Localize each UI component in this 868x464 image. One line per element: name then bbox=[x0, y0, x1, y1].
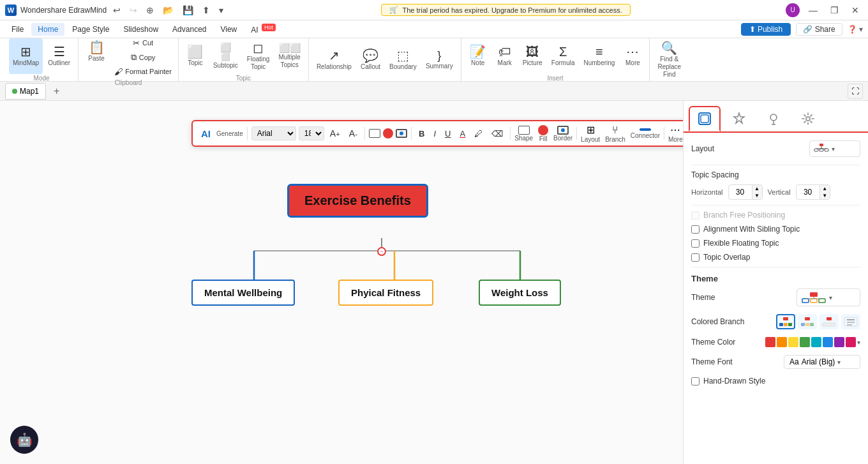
child-node-weight[interactable]: Weight Loss bbox=[479, 280, 561, 306]
more-ft-btn[interactable]: ⋯ More bbox=[668, 124, 683, 143]
panel-tab-settings[interactable] bbox=[792, 106, 824, 131]
new-btn[interactable]: ⊕ bbox=[144, 4, 156, 17]
clear-format-button[interactable]: ⌫ bbox=[488, 127, 506, 140]
redo-btn[interactable]: ↪ bbox=[127, 4, 140, 17]
layout-select[interactable]: ▾ bbox=[809, 140, 860, 157]
undo-btn[interactable]: ↩ bbox=[110, 4, 123, 17]
font-decrease-button[interactable]: A- bbox=[346, 126, 361, 140]
menu-view[interactable]: View bbox=[214, 23, 243, 36]
vertical-input[interactable] bbox=[797, 186, 819, 198]
child-node-fitness[interactable]: Phyical Fitness bbox=[338, 280, 433, 306]
color-swatch-pink[interactable] bbox=[846, 337, 856, 347]
font-family-select[interactable]: Arial Times New Roman Calibri bbox=[251, 126, 296, 140]
collapse-button[interactable]: − bbox=[377, 247, 386, 256]
panel-tab-ai[interactable] bbox=[723, 106, 755, 131]
theme-select[interactable]: ▾ bbox=[797, 288, 860, 306]
open-btn[interactable]: 📂 bbox=[160, 4, 176, 17]
subtopic-button[interactable]: ⬜⬜ Subtopic bbox=[209, 38, 242, 74]
font-size-select[interactable]: 18 12 14 16 20 24 bbox=[299, 126, 324, 140]
colored-branch-option-1[interactable] bbox=[776, 314, 795, 329]
flexible-checkbox[interactable] bbox=[691, 239, 700, 248]
central-node[interactable]: Exercise Benefits bbox=[287, 184, 428, 218]
vertical-spinbox[interactable]: ▲ ▼ bbox=[796, 184, 830, 200]
format-painter-button[interactable]: 🖌 Format Painter bbox=[112, 65, 174, 79]
minimize-button[interactable]: — bbox=[805, 4, 821, 17]
help-button[interactable]: ❓ ▾ bbox=[848, 25, 863, 34]
underline-button[interactable]: U bbox=[442, 127, 454, 140]
note-button[interactable]: 📝 Note bbox=[465, 38, 491, 74]
callout-button[interactable]: 💬 Callout bbox=[357, 42, 384, 78]
connector-btn[interactable]: Connector bbox=[631, 128, 660, 139]
italic-button[interactable]: I bbox=[430, 127, 439, 140]
share-button[interactable]: 🔗 Share bbox=[796, 23, 842, 36]
shape-btn[interactable]: Shape bbox=[514, 126, 533, 142]
mindmap-button[interactable]: ⊞ MindMap bbox=[9, 38, 43, 74]
border-btn[interactable]: Border bbox=[553, 126, 572, 142]
tab-map1[interactable]: Map1 bbox=[5, 83, 46, 100]
floating-topic-button[interactable]: ◻ FloatingTopic bbox=[243, 38, 274, 74]
layout-btn[interactable]: ⊞ Layout bbox=[581, 124, 600, 143]
more-insert-button[interactable]: ⋯ More bbox=[620, 38, 645, 74]
colored-branch-option-3[interactable] bbox=[819, 314, 839, 329]
fill-btn[interactable]: Fill bbox=[538, 125, 548, 142]
summary-label: Summary bbox=[426, 63, 453, 70]
panel-tab-marker[interactable] bbox=[758, 106, 789, 131]
menu-ai[interactable]: AI Hot bbox=[244, 22, 282, 36]
branch-btn[interactable]: ⑂ Branch bbox=[605, 124, 625, 143]
branch-free-checkbox[interactable] bbox=[691, 211, 700, 220]
overlap-checkbox[interactable] bbox=[691, 253, 700, 262]
bottom-avatar[interactable]: 🤖 bbox=[10, 426, 38, 454]
color-swatch-red[interactable] bbox=[765, 337, 775, 347]
save-btn[interactable]: 💾 bbox=[180, 4, 196, 17]
more-title-btn[interactable]: ▾ bbox=[216, 4, 226, 17]
formula-button[interactable]: Σ Formula bbox=[548, 38, 579, 74]
colored-branch-option-4[interactable] bbox=[841, 314, 860, 329]
color-swatch-purple[interactable] bbox=[834, 337, 844, 347]
boundary-button[interactable]: ⬚ Boundary bbox=[385, 42, 421, 78]
menu-home[interactable]: Home bbox=[31, 23, 64, 36]
alignment-checkbox[interactable] bbox=[691, 225, 700, 234]
bold-button[interactable]: B bbox=[415, 127, 428, 140]
maximize-button[interactable]: ❐ bbox=[827, 4, 842, 17]
color-swatch-blue[interactable] bbox=[823, 337, 833, 347]
hand-drawn-checkbox[interactable] bbox=[691, 377, 700, 385]
vertical-down[interactable]: ▼ bbox=[819, 192, 830, 199]
picture-button[interactable]: 🖼 Picture bbox=[519, 38, 546, 74]
outliner-button[interactable]: ☰ Outliner bbox=[44, 38, 74, 74]
fullscreen-button[interactable]: ⛶ bbox=[848, 84, 863, 99]
copy-button[interactable]: ⧉ Copy bbox=[112, 50, 174, 64]
ai-generate-button[interactable]: AI bbox=[198, 126, 214, 141]
color-swatch-green[interactable] bbox=[800, 337, 810, 347]
highlight-button[interactable]: 🖊 bbox=[471, 127, 486, 140]
color-swatch-cyan[interactable] bbox=[811, 337, 821, 347]
find-replace-button[interactable]: 🔍 Find &ReplaceFind bbox=[654, 42, 685, 78]
menu-file[interactable]: File bbox=[5, 23, 30, 36]
horizontal-input[interactable] bbox=[729, 186, 752, 198]
summary-button[interactable]: } Summary bbox=[422, 42, 457, 78]
colored-branch-option-2[interactable] bbox=[798, 314, 817, 329]
close-button[interactable]: ✕ bbox=[848, 4, 863, 17]
canvas[interactable]: AI Generate Arial Times New Roman Calibr… bbox=[0, 101, 683, 464]
cut-button[interactable]: ✂ Cut bbox=[112, 36, 174, 50]
tab-add-button[interactable]: + bbox=[49, 84, 64, 98]
color-swatch-yellow[interactable] bbox=[788, 337, 798, 347]
numbering-button[interactable]: ≡ Numbering bbox=[580, 38, 618, 74]
horizontal-up[interactable]: ▲ bbox=[752, 185, 762, 192]
horizontal-down[interactable]: ▼ bbox=[752, 192, 762, 199]
font-color-button[interactable]: A bbox=[457, 127, 469, 140]
publish-button[interactable]: ⬆ Publish bbox=[741, 23, 791, 36]
export-btn[interactable]: ⬆ bbox=[200, 4, 213, 17]
font-increase-button[interactable]: A+ bbox=[327, 126, 343, 140]
child-node-mental[interactable]: Mental Wellbeing bbox=[191, 280, 295, 306]
theme-font-select[interactable]: Aa Arial (Big) ▾ bbox=[784, 355, 860, 369]
topic-button[interactable]: ⬜ Topic bbox=[183, 38, 208, 74]
paste-button[interactable]: 📋 Paste bbox=[82, 34, 110, 70]
horizontal-spinbox[interactable]: ▲ ▼ bbox=[728, 184, 763, 200]
vertical-up[interactable]: ▲ bbox=[819, 185, 830, 192]
mark-button[interactable]: 🏷 Mark bbox=[492, 38, 518, 74]
multiple-topics-button[interactable]: ⬜⬜ MultipleTopics bbox=[274, 38, 304, 74]
panel-tab-style[interactable] bbox=[689, 106, 721, 131]
color-swatch-orange[interactable] bbox=[777, 337, 787, 347]
relationship-button[interactable]: ↗ Relationship bbox=[313, 42, 355, 78]
user-avatar[interactable]: U bbox=[786, 3, 800, 17]
